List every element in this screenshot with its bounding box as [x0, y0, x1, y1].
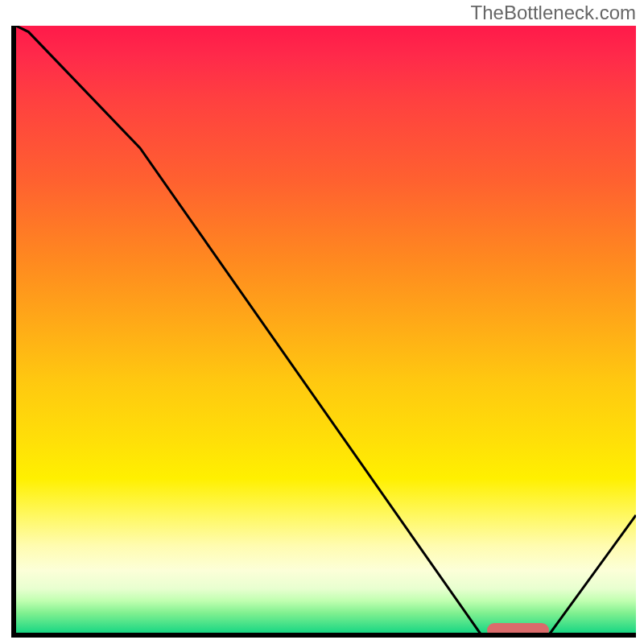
- chart-container: TheBottleneck.com: [0, 0, 644, 644]
- plot-area: [16, 26, 636, 638]
- x-axis: [11, 633, 636, 638]
- y-axis: [11, 26, 16, 638]
- curve-path: [16, 26, 636, 638]
- bottleneck-curve: [16, 26, 636, 638]
- watermark-text: TheBottleneck.com: [471, 2, 636, 24]
